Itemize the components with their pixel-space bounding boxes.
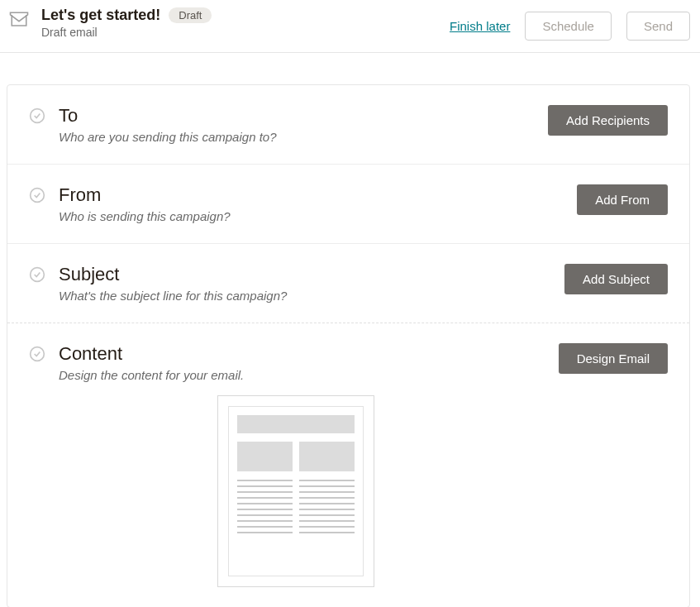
svg-point-3 — [31, 347, 45, 361]
section-subject-title: Subject — [59, 264, 287, 285]
thumbnail-box-placeholder — [237, 442, 293, 471]
thumbnail-line-placeholder — [299, 491, 355, 493]
thumbnail-line-placeholder — [237, 491, 293, 493]
thumbnail-line-placeholder — [237, 497, 293, 499]
thumbnail-col — [237, 480, 293, 567]
section-from-right: Add From — [577, 184, 668, 215]
thumbnail-line-placeholder — [299, 503, 355, 504]
svg-point-2 — [31, 268, 45, 282]
section-from-texts: From Who is sending this campaign? — [59, 184, 231, 223]
thumbnail-line-placeholder — [237, 532, 293, 533]
section-content-desc: Design the content for your email. — [59, 368, 559, 382]
page-header: Let's get started! Draft Draft email Fin… — [0, 0, 700, 53]
section-subject: Subject What's the subject line for this… — [7, 244, 689, 323]
thumbnail-inner — [228, 406, 364, 576]
finish-later-link[interactable]: Finish later — [450, 19, 510, 33]
campaign-card: To Who are you sending this campaign to?… — [7, 84, 690, 607]
header-titles: Let's get started! Draft Draft email — [41, 7, 212, 39]
section-to-texts: To Who are you sending this campaign to? — [59, 105, 277, 144]
thumbnail-line-placeholder — [237, 480, 293, 481]
thumbnail-line-placeholder — [299, 497, 355, 499]
svg-point-0 — [31, 109, 45, 123]
page-subtitle: Draft email — [41, 26, 212, 39]
thumbnail-image-row — [237, 442, 355, 471]
thumbnail-line-placeholder — [237, 485, 293, 487]
section-subject-desc: What's the subject line for this campaig… — [59, 289, 287, 303]
email-template-thumbnail[interactable] — [217, 395, 374, 587]
thumbnail-line-placeholder — [299, 520, 355, 522]
design-email-button[interactable]: Design Email — [559, 343, 668, 374]
envelope-icon — [7, 8, 31, 31]
svg-point-1 — [31, 189, 45, 203]
thumbnail-line-placeholder — [299, 514, 355, 516]
section-to-title: To — [59, 105, 277, 127]
section-content-left: Content Design the content for your emai… — [29, 343, 559, 587]
thumbnail-line-placeholder — [237, 509, 293, 510]
section-content-texts: Content Design the content for your emai… — [59, 343, 559, 587]
section-content-right: Design Email — [559, 343, 668, 374]
thumbnail-text-lines — [237, 480, 355, 567]
section-from: From Who is sending this campaign? Add F… — [7, 165, 689, 244]
header-right: Finish later Schedule Send — [450, 7, 690, 41]
section-to-left: To Who are you sending this campaign to? — [29, 105, 548, 144]
thumbnail-col — [299, 480, 355, 567]
check-circle-icon — [29, 108, 45, 124]
section-to: To Who are you sending this campaign to?… — [7, 85, 689, 165]
thumbnail-line-placeholder — [237, 514, 293, 516]
thumbnail-banner-placeholder — [237, 415, 355, 433]
thumbnail-line-placeholder — [299, 485, 355, 487]
section-subject-right: Add Subject — [564, 264, 668, 294]
section-subject-left: Subject What's the subject line for this… — [29, 264, 564, 303]
thumbnail-line-placeholder — [299, 532, 355, 533]
send-button[interactable]: Send — [626, 12, 690, 41]
thumbnail-line-placeholder — [237, 520, 293, 522]
add-subject-button[interactable]: Add Subject — [564, 264, 668, 294]
add-recipients-button[interactable]: Add Recipients — [548, 105, 668, 136]
thumbnail-line-placeholder — [237, 526, 293, 528]
draft-badge: Draft — [169, 7, 212, 23]
section-from-left: From Who is sending this campaign? — [29, 184, 577, 223]
check-circle-icon — [29, 266, 45, 283]
section-to-right: Add Recipients — [548, 105, 668, 136]
section-from-title: From — [59, 184, 231, 206]
thumbnail-box-placeholder — [299, 442, 355, 471]
thumbnail-line-placeholder — [299, 526, 355, 528]
header-left: Let's get started! Draft Draft email — [7, 7, 212, 39]
section-to-desc: Who are you sending this campaign to? — [59, 130, 277, 144]
section-content: Content Design the content for your emai… — [7, 323, 689, 607]
check-circle-icon — [29, 187, 45, 203]
section-subject-texts: Subject What's the subject line for this… — [59, 264, 287, 303]
page-title: Let's get started! — [41, 7, 160, 24]
thumbnail-line-placeholder — [237, 503, 293, 504]
section-from-desc: Who is sending this campaign? — [59, 209, 231, 223]
add-from-button[interactable]: Add From — [577, 184, 668, 215]
section-content-title: Content — [59, 343, 559, 365]
title-row: Let's get started! Draft — [41, 7, 212, 24]
schedule-button[interactable]: Schedule — [525, 12, 612, 41]
thumbnail-line-placeholder — [299, 480, 355, 481]
check-circle-icon — [29, 346, 45, 362]
thumbnail-line-placeholder — [299, 509, 355, 510]
